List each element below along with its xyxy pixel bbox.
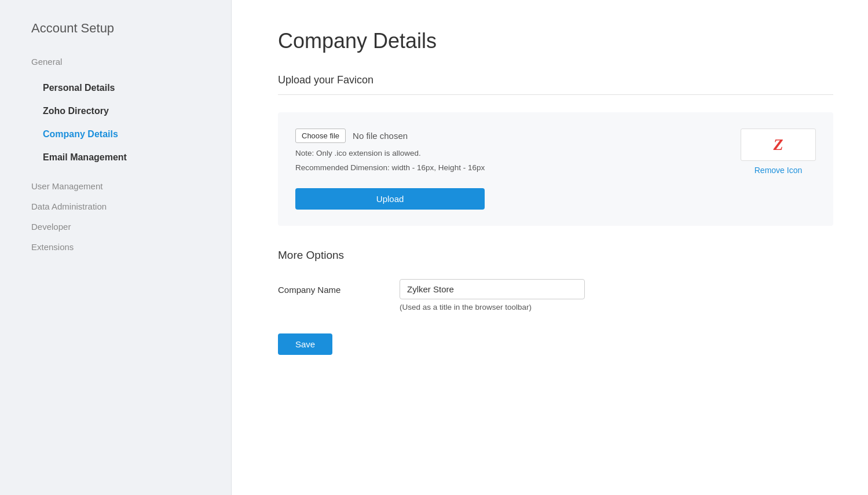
- sidebar-item-company-details[interactable]: Company Details: [31, 123, 231, 145]
- more-options-title: More Options: [278, 249, 833, 262]
- sidebar-item-personal-details[interactable]: Personal Details: [31, 77, 231, 99]
- upload-left: Choose file No file chosen Note: Only .i…: [295, 129, 485, 210]
- upload-button[interactable]: Upload: [295, 188, 485, 210]
- company-name-field-col: (Used as a title in the browser toolbar): [400, 279, 585, 311]
- choose-file-button[interactable]: Choose file: [295, 129, 346, 143]
- sidebar-title: Account Setup: [31, 21, 231, 36]
- sidebar-group-data-administration: Data Administration: [31, 201, 231, 211]
- favicon-image-box: Z: [741, 129, 816, 161]
- favicon-preview: Z Remove Icon: [741, 129, 816, 175]
- save-button[interactable]: Save: [278, 333, 332, 355]
- sidebar: Account Setup General Personal Details Z…: [0, 0, 232, 495]
- company-name-input[interactable]: [400, 279, 585, 299]
- remove-icon-button[interactable]: Remove Icon: [755, 166, 802, 175]
- company-name-label: Company Name: [278, 279, 382, 295]
- file-input-row: Choose file No file chosen: [295, 129, 485, 143]
- favicon-upload-box: Choose file No file chosen Note: Only .i…: [278, 112, 833, 226]
- main-content: Company Details Upload your Favicon Choo…: [232, 0, 868, 495]
- favicon-note1: Note: Only .ico extension is allowed.: [295, 149, 485, 157]
- sidebar-group-developer: Developer: [31, 222, 231, 232]
- sidebar-group-user-management: User Management: [31, 181, 231, 191]
- sidebar-group-extensions: Extensions: [31, 242, 231, 252]
- sidebar-item-zoho-directory[interactable]: Zoho Directory: [31, 100, 231, 122]
- favicon-z-letter: Z: [773, 135, 783, 154]
- no-file-text: No file chosen: [353, 131, 408, 141]
- company-name-hint: (Used as a title in the browser toolbar): [400, 303, 585, 311]
- favicon-divider: [278, 94, 833, 95]
- page-title: Company Details: [278, 29, 833, 53]
- favicon-note2: Recommended Dimension: width - 16px, Hei…: [295, 163, 485, 172]
- sidebar-group-general: General: [31, 57, 231, 67]
- sidebar-item-email-management[interactable]: Email Management: [31, 146, 231, 168]
- company-name-row: Company Name (Used as a title in the bro…: [278, 279, 833, 311]
- favicon-section-title: Upload your Favicon: [278, 74, 833, 86]
